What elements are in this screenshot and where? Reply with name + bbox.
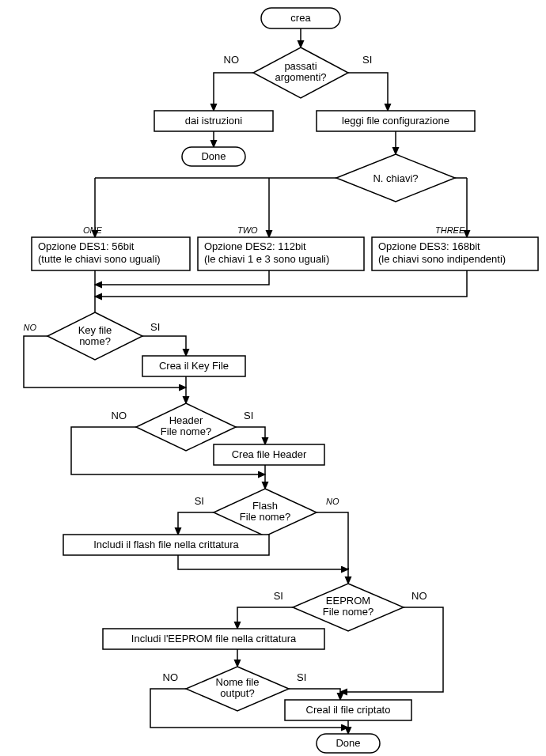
process-instructions-label: dai istruzioni (185, 115, 242, 127)
process-crea-keyfile-label: Crea il Key File (159, 360, 229, 372)
decision-flash-l1: Flash (252, 500, 278, 512)
terminal-done-2-label: Done (336, 737, 360, 749)
decision-output-l2: output? (220, 687, 254, 699)
out-si: SI (297, 671, 306, 683)
flowchart: text{font-family:Arial,Helvetica,sans-se… (0, 0, 546, 756)
decision-eeprom-l1: EEPROM (326, 595, 370, 607)
hd-si: SI (244, 410, 253, 421)
out-no: NO (163, 671, 179, 683)
decision-keyfile-l1: Key file (78, 324, 112, 336)
ee-si: SI (274, 590, 283, 602)
kf-no: NO (24, 323, 37, 332)
args-si: SI (362, 54, 372, 66)
decision-nkeys-label: N. chiavi? (373, 172, 418, 184)
args-no: NO (224, 54, 240, 66)
process-crea-output-label: Creal il file criptato (306, 704, 391, 716)
decision-output-l1: Nome file (216, 676, 260, 688)
decision-keyfile-l2: nome? (79, 335, 111, 347)
hd-no: NO (112, 410, 127, 421)
terminal-done-1-label: Done (201, 150, 226, 162)
decision-args-l1: passati (284, 60, 317, 72)
process-incl-eeprom-label: Includi l'EEPROM file nella crittatura (131, 633, 297, 644)
branch-two-label: TWO (237, 225, 258, 235)
process-read-config-label: leggi file configurazione (342, 115, 449, 127)
decision-header-l1: Header (169, 414, 203, 426)
decision-args-l2: argomenti? (275, 71, 326, 83)
des3-l2: (le chiavi sono indipendenti) (378, 253, 506, 265)
des1-l1: Opzione DES1: 56bit (38, 240, 135, 252)
des3-l1: Opzione DES3: 168bit (378, 240, 480, 252)
des2-l1: Opzione DES2: 112bit (204, 240, 306, 252)
decision-eeprom-l2: File nome? (323, 606, 373, 618)
decision-header-l2: File nome? (161, 425, 211, 437)
decision-flash-l2: File nome? (240, 511, 290, 523)
kf-si: SI (150, 321, 160, 333)
des1-l2: (tutte le chiavi sono uguali) (38, 253, 161, 265)
fl-no: NO (326, 497, 339, 506)
branch-three-label: THREE (435, 225, 465, 235)
branch-one-label: ONE (83, 225, 103, 235)
ee-no: NO (411, 590, 427, 602)
fl-si: SI (195, 495, 204, 507)
terminal-start-label: crea (290, 12, 311, 24)
process-crea-header-label: Crea file Header (232, 448, 307, 460)
process-incl-flash-label: Includi il flash file nella crittatura (93, 539, 239, 550)
des2-l2: (le chiavi 1 e 3 sono uguali) (204, 253, 329, 265)
